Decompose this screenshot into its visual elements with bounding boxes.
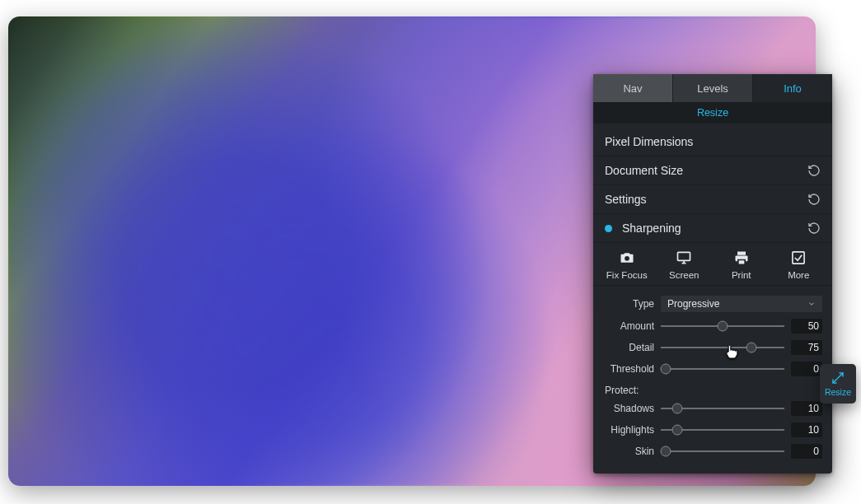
slider-track[interactable] <box>661 403 784 414</box>
chevron-down-icon <box>807 300 816 308</box>
printer-icon <box>732 250 751 266</box>
slider-track[interactable] <box>661 342 784 353</box>
slider-track[interactable] <box>661 424 784 436</box>
slider-label: Threshold <box>603 363 654 375</box>
section-document-size[interactable]: Document Size <box>593 156 832 184</box>
monitor-icon <box>675 250 693 266</box>
slider-value[interactable]: 75 <box>791 340 822 355</box>
camera-icon <box>618 250 636 266</box>
slider-label: Amount <box>603 320 654 332</box>
section-pixel-dimensions[interactable]: Pixel Dimensions <box>593 124 832 156</box>
preset-screen[interactable]: Screen <box>659 250 709 280</box>
preset-label: Screen <box>669 270 699 280</box>
slider-highlights: Highlights 10 <box>603 419 822 441</box>
slider-value[interactable]: 50 <box>791 319 822 334</box>
slider-skin: Skin 0 <box>603 441 822 462</box>
slider-shadows: Shadows 10 <box>603 398 822 419</box>
preset-label: Print <box>732 270 751 280</box>
resize-tool-chip[interactable]: Resize <box>820 364 856 404</box>
slider-label: Detail <box>603 342 654 353</box>
slider-track[interactable] <box>661 320 784 332</box>
reset-icon[interactable] <box>807 164 821 177</box>
info-panel: Nav Levels Info Resize Pixel Dimensions … <box>593 74 832 474</box>
slider-track[interactable] <box>661 446 784 457</box>
resize-icon <box>831 371 845 385</box>
slider-track[interactable] <box>661 363 784 375</box>
tab-nav[interactable]: Nav <box>593 74 673 102</box>
preset-more[interactable]: More <box>774 250 823 280</box>
slider-detail: Detail 75 <box>603 337 822 358</box>
tab-levels[interactable]: Levels <box>673 74 753 102</box>
slider-label: Highlights <box>603 424 654 436</box>
preset-button-row: Fix Focus Screen Print More <box>593 242 832 285</box>
section-title: Sharpening <box>622 222 681 235</box>
panel-subheader-resize[interactable]: Resize <box>593 102 832 124</box>
panel-tabs: Nav Levels Info <box>593 74 832 102</box>
slider-label: Shadows <box>603 403 654 414</box>
type-label: Type <box>603 298 654 310</box>
slider-value[interactable]: 10 <box>791 422 822 437</box>
slider-value[interactable]: 0 <box>791 362 822 376</box>
type-select[interactable]: Progressive <box>661 296 822 312</box>
section-title: Settings <box>605 193 647 206</box>
reset-icon[interactable] <box>807 222 821 235</box>
tab-info[interactable]: Info <box>753 74 832 102</box>
slider-label: Skin <box>603 446 654 457</box>
preset-print[interactable]: Print <box>717 250 766 280</box>
svg-rect-0 <box>678 252 690 260</box>
enabled-dot-icon[interactable] <box>605 225 612 232</box>
chip-label: Resize <box>825 387 851 397</box>
checkbox-more-icon <box>789 250 807 266</box>
section-sharpening[interactable]: Sharpening <box>593 213 832 242</box>
slider-threshold: Threshold 0 <box>603 358 822 380</box>
section-title: Pixel Dimensions <box>605 135 693 148</box>
section-title: Document Size <box>605 164 683 177</box>
svg-rect-3 <box>793 252 804 264</box>
reset-icon[interactable] <box>807 193 821 206</box>
slider-value[interactable]: 10 <box>791 401 822 416</box>
type-value: Progressive <box>667 298 719 310</box>
protect-label: Protect: <box>603 380 822 398</box>
preset-label: More <box>788 270 809 280</box>
section-settings[interactable]: Settings <box>593 184 832 213</box>
preset-label: Fix Focus <box>606 270 648 280</box>
svg-line-5 <box>833 378 838 383</box>
slider-value[interactable]: 0 <box>791 444 822 459</box>
slider-amount: Amount 50 <box>603 315 822 337</box>
preset-fix-focus[interactable]: Fix Focus <box>602 250 652 280</box>
svg-line-4 <box>838 373 843 378</box>
